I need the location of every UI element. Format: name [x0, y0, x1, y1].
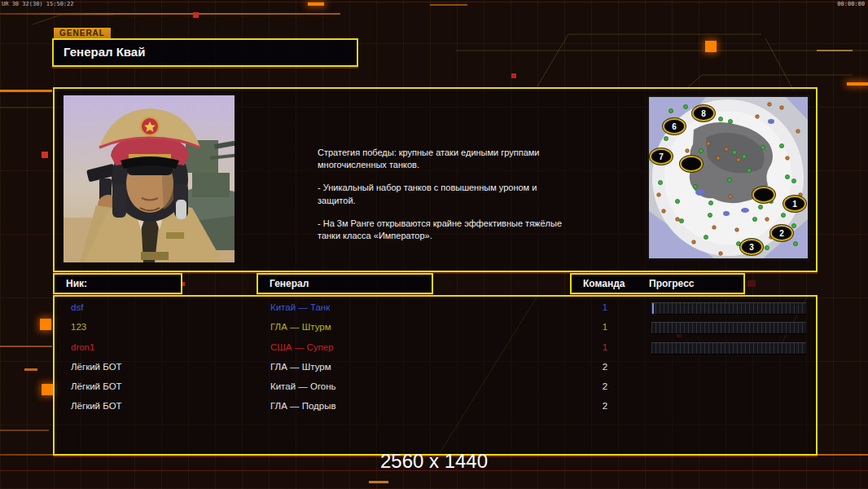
debug-overlay-text: UR 30 32(30) 15:50:22 — [2, 1, 74, 7]
player-general: Китай — Огонь — [270, 381, 336, 391]
column-header-general: Генерал — [270, 278, 309, 289]
progress-bar — [651, 342, 806, 355]
player-row: Лёгкий БОТ ГЛА — Штурм 2 — [55, 358, 816, 377]
general-info-panel: Стратегия победы: крупные атаки едиными … — [53, 87, 818, 272]
svg-text:3: 3 — [749, 243, 754, 252]
player-general: ГЛА — Подрыв — [270, 401, 336, 411]
general-description: Стратегия победы: крупные атаки едиными … — [318, 147, 562, 253]
player-team: 2 — [598, 362, 612, 372]
player-nick: Лёгкий БОТ — [71, 362, 122, 372]
player-team: 1 — [598, 302, 612, 312]
spawn-marker: 7 — [651, 149, 672, 164]
deco-line — [430, 4, 467, 6]
header-team-progress-box: Команда Прогресс — [570, 273, 745, 294]
spawn-marker: 6 — [664, 119, 685, 134]
player-list-panel: dsf Китай — Танк 1 123 ГЛА — Штурм 1 dro… — [53, 295, 818, 456]
progress-bar — [651, 302, 806, 315]
player-team: 1 — [598, 342, 612, 352]
page-title: Генерал Квай — [64, 45, 145, 59]
resolution-label: 2560 x 1440 — [0, 450, 868, 473]
header-nick-box: Ник: — [53, 273, 182, 294]
general-title-box: Генерал Квай — [52, 38, 358, 67]
spawn-marker: 2 — [771, 226, 792, 240]
progress-bar — [651, 322, 806, 334]
deco-square-red — [193, 12, 199, 18]
player-nick: dsf — [71, 302, 83, 312]
svg-text:2: 2 — [779, 229, 784, 238]
svg-text:1: 1 — [792, 200, 797, 209]
column-header-progress: Прогресс — [649, 278, 694, 289]
deco-square-red — [42, 152, 48, 158]
tab-general-label: GENERAL — [54, 28, 111, 38]
match-timer: 00:00:00 — [837, 1, 865, 7]
progress-tick — [652, 303, 654, 314]
player-team: 1 — [598, 322, 612, 332]
player-team: 2 — [598, 401, 612, 411]
svg-text:8: 8 — [701, 109, 706, 118]
spawn-marker — [681, 156, 702, 171]
player-general: ГЛА — Штурм — [270, 362, 331, 372]
header-general-box: Генерал — [256, 273, 433, 294]
svg-text:6: 6 — [672, 122, 677, 131]
player-nick: Лёгкий БОТ — [71, 401, 122, 411]
player-row: Лёгкий БОТ ГЛА — Подрыв 2 — [55, 397, 816, 416]
description-paragraph: - На 3м Ранге открываются крайне эффекти… — [318, 218, 562, 242]
player-team: 2 — [598, 381, 612, 391]
deco-square-dim — [747, 280, 756, 287]
deco-square — [40, 319, 51, 330]
deco-dash — [847, 82, 868, 86]
deco-square — [42, 384, 53, 395]
deco-line — [0, 430, 49, 431]
player-nick: dron1 — [71, 342, 94, 352]
deco-square — [705, 41, 717, 52]
description-paragraph: - Уникальный набор танков с повышенным у… — [318, 182, 562, 206]
column-header-team: Команда — [583, 278, 625, 289]
deco-square-red — [511, 73, 516, 78]
deco-dash — [24, 368, 37, 371]
spawn-marker: 8 — [693, 106, 714, 121]
description-paragraph: Стратегия победы: крупные атаки едиными … — [318, 147, 562, 171]
player-row: 123 ГЛА — Штурм 1 — [55, 318, 816, 337]
deco-line — [0, 13, 340, 15]
player-general: ГЛА — Штурм — [270, 322, 331, 332]
player-row: dron1 США — Супер 1 — [55, 338, 816, 358]
deco-line — [817, 50, 853, 51]
player-general: США — Супер — [270, 342, 333, 352]
spawn-marker — [753, 187, 774, 202]
column-header-nick: Ник: — [66, 278, 87, 289]
deco-line — [0, 346, 52, 347]
deco-dash — [0, 90, 52, 92]
deco-dash — [369, 481, 388, 483]
spawn-marker: 1 — [784, 196, 805, 211]
player-general: Китай — Танк — [270, 302, 330, 312]
top-hairline — [0, 2, 868, 2]
player-row: dsf Китай — Танк 1 — [55, 298, 816, 318]
deco-dash — [308, 2, 324, 6]
player-row: Лёгкий БОТ Китай — Огонь 2 — [55, 377, 816, 397]
svg-text:7: 7 — [659, 152, 664, 161]
player-nick: Лёгкий БОТ — [71, 381, 122, 391]
map-preview: 867123 — [647, 95, 809, 260]
general-portrait — [64, 95, 235, 262]
spawn-marker: 3 — [741, 240, 762, 254]
player-nick: 123 — [71, 322, 86, 332]
